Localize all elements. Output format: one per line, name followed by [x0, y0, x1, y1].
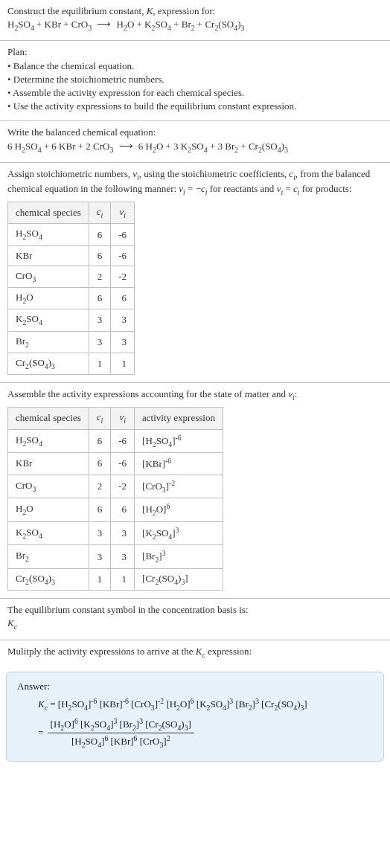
table-row: K2SO433 [8, 309, 135, 331]
act-cell: [Cr2(SO4)3] [135, 568, 223, 590]
plan-b1: • Balance the chemical equation. [7, 60, 383, 73]
sp-cell: K2SO4 [8, 309, 89, 331]
mult-b: expression: [205, 646, 252, 657]
b-p2b: SO [191, 141, 204, 152]
table-row: Cr2(SO4)311 [8, 353, 135, 374]
c-cell: 3 [89, 331, 111, 353]
b-p2: K [181, 141, 188, 152]
b-pl2: + [76, 141, 86, 152]
plan-b4: • Use the activity expressions to build … [7, 100, 383, 113]
v-cell: 3 [111, 331, 135, 353]
kc-fraction-line: = [H2O]6 [K2SO4]3 [Br2]3 [Cr2(SO4)3] [H2… [38, 716, 373, 750]
b-pl4: + [208, 141, 218, 152]
table-row: K2SO433[K2SO4]3 [8, 521, 223, 545]
v-cell: 3 [111, 521, 135, 545]
c-cell: 1 [89, 568, 111, 590]
v-cell: -6 [111, 224, 135, 245]
sp-cell: Cr2(SO4)3 [8, 568, 89, 590]
bc1: 6 [7, 141, 15, 152]
act-cell: [KBr]-6 [135, 453, 223, 475]
v-cell: -6 [111, 429, 135, 453]
table-row: Br233[Br2]3 [8, 545, 223, 569]
c-cell: 2 [89, 475, 111, 498]
bc3: 2 [86, 141, 93, 152]
act-intro-a: Assemble the activity expressions accoun… [7, 388, 288, 399]
bc6: 3 [217, 141, 225, 152]
stoich-section: Assign stoichiometric numbers, νi, using… [0, 163, 390, 382]
intro-section: Construct the equilibrium constant, K, e… [0, 0, 390, 40]
eq-r1b: SO [18, 19, 31, 30]
eq1b: = − [185, 183, 201, 194]
bc5: 3 [173, 141, 181, 152]
th-vi-sub: i [124, 211, 126, 219]
plan-section: Plan: • Balance the chemical equation. •… [0, 41, 390, 120]
c-cell: 2 [89, 266, 111, 287]
eq-pl5: + [195, 19, 205, 30]
b-p1: H [146, 141, 153, 152]
v-cell: 3 [111, 309, 135, 331]
stoich-intro-a: Assign stoichiometric numbers, [7, 168, 132, 179]
b-p4b: (SO [262, 141, 278, 152]
sp-cell: Br2 [8, 545, 89, 569]
sp-cell: H2SO4 [8, 429, 89, 453]
eq-p2b: SO [155, 19, 167, 30]
kc-c: c [14, 623, 17, 631]
eq-p1: + [34, 19, 45, 30]
c-cell: 6 [89, 224, 111, 245]
intro-post: , expression for: [153, 5, 215, 16]
answer-label: Answer: [17, 680, 373, 693]
plan-title: Plan: [7, 45, 383, 59]
table-row: H2O66[H2O]6 [8, 498, 223, 522]
mult-a: Mulitply the activity expressions to arr… [7, 646, 196, 657]
th-ci-sub: i [101, 211, 103, 219]
b-r2: KBr [59, 141, 75, 152]
bc2: 6 [51, 141, 59, 152]
page-root: Construct the equilibrium constant, K, e… [0, 0, 390, 762]
act-intro-b: : [295, 388, 298, 399]
eq2b: = [283, 183, 293, 194]
v-cell: 1 [111, 353, 135, 374]
plan-b2: • Determine the stoichiometric numbers. [7, 73, 383, 86]
eq-r3s: 3 [88, 24, 92, 32]
b-p1b: O [156, 141, 163, 152]
v-cell: -6 [111, 245, 135, 266]
sp-cell: H2SO4 [8, 224, 89, 245]
sp-cell: Cr2(SO4)3 [8, 353, 89, 374]
eq-r2: KBr [45, 19, 61, 30]
sp-cell: Br2 [8, 331, 89, 353]
table-row: Cr2(SO4)311[Cr2(SO4)3] [8, 568, 223, 590]
th-species: chemical species [8, 408, 89, 429]
table-row: KBr6-6[KBr]-6 [8, 453, 223, 475]
act-cell: [K2SO4]3 [135, 521, 223, 545]
sp-cell: H2O [8, 498, 89, 522]
table-row: KBr6-6 [8, 245, 135, 266]
th-ci: ci [89, 408, 111, 429]
eq-r1: H [7, 19, 14, 30]
eq-p2: + [61, 19, 71, 30]
unbalanced-equation: H2SO4 + KBr + CrO3 ⟶ H2O + K2SO4 + Br2 +… [7, 18, 383, 33]
act-cell: [H2SO4]-6 [135, 429, 223, 453]
kc-symbol-line: The equilibrium constant symbol in the c… [7, 603, 383, 617]
reaction-arrow-icon: ⟶ [116, 141, 136, 152]
fraction: [H2O]6 [K2SO4]3 [Br2]3 [Cr2(SO4)3] [H2SO… [48, 716, 194, 750]
eq-p4b: (SO [218, 19, 234, 30]
v-cell: 1 [111, 568, 135, 590]
answer-expression: Kc = [H2SO4]-6 [KBr]-6 [CrO3]-2 [H2O]6 [… [17, 696, 373, 750]
eq-p4: Cr [205, 19, 214, 30]
eq-pl4: + [171, 19, 182, 30]
act-cell: [CrO3]-2 [135, 475, 223, 498]
sp-cell: CrO3 [8, 266, 89, 287]
b-p4cs: 3 [284, 145, 288, 153]
eq-p4cs: 3 [240, 24, 244, 32]
th-vi-sub: i [124, 417, 126, 425]
v-cell: 3 [111, 545, 135, 569]
kc-symbol: Kc [7, 617, 383, 631]
table-header-row: chemical species ci νi activity expressi… [8, 408, 223, 429]
table-row: CrO32-2 [8, 266, 135, 287]
table-row: Br233 [8, 331, 135, 353]
th-activity: activity expression [135, 408, 223, 429]
b-r1b: SO [25, 141, 38, 152]
c-cell: 6 [89, 453, 111, 475]
v-cell: -2 [111, 266, 135, 287]
sp-cell: KBr [8, 245, 89, 266]
